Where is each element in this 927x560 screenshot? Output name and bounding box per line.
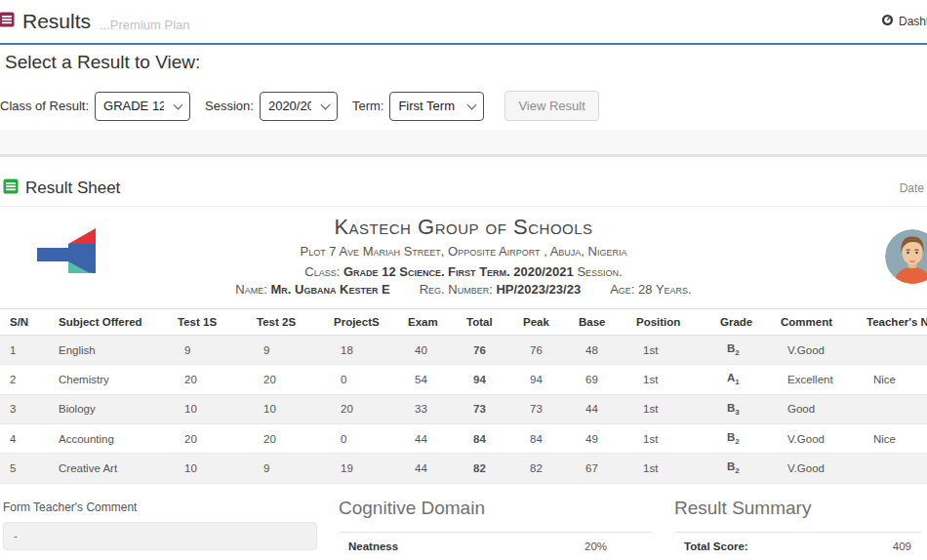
cognitive-domain-title: Cognitive Domain [339, 498, 653, 519]
select-result-section: Select a Result to View: Class of Result… [0, 45, 927, 130]
page-title: Results [22, 10, 91, 33]
result-sheet-icon [3, 179, 19, 198]
term-label: Term: [352, 99, 384, 113]
result-sheet-section: Result Sheet Date Kastech Group of Schoo… [0, 157, 927, 560]
col-teacher-note: Teacher's Note [857, 309, 927, 336]
section-heading: Select a Result to View: [5, 52, 927, 73]
student-age: Age: 28 Years. [610, 282, 692, 297]
col-base: Base [569, 309, 626, 336]
col-subject: Subject Offered [49, 309, 168, 336]
plan-badge: ...Premium Plan [100, 18, 189, 32]
table-row: 3Biology101020337373441stB3Good [0, 394, 927, 423]
col-test2: Test 2S [247, 309, 324, 336]
section-divider-band [0, 130, 927, 157]
school-header: Kastech Group of Schools Plot 7 Ave Mari… [0, 215, 927, 297]
student-name: Name: Mr. Ugbana Kester E [235, 282, 389, 297]
student-avatar [884, 228, 927, 289]
nav-dashboard[interactable]: Dashboard [881, 0, 927, 43]
result-summary-panel: Result Summary Total Score:409 Personal … [674, 498, 921, 560]
results-page: Results ...Premium Plan Dashboard Select… [0, 0, 927, 560]
reg-number: Reg. Number: HP/2023/23/23 [420, 282, 581, 297]
result-sheet-header: Result Sheet Date [0, 157, 927, 207]
bottom-summary-area: Form Teacher's Comment - Principal's Com… [0, 498, 927, 560]
school-name: Kastech Group of Schools [0, 215, 927, 240]
col-sn: S/N [0, 309, 49, 336]
cognitive-domain-table: Neatness20% Puntuality97% [339, 532, 653, 560]
school-logo [35, 221, 98, 282]
class-term-line: Class: Grade 12 Science. First Term. 202… [0, 263, 927, 281]
term-select[interactable]: First Term [389, 92, 484, 121]
form-teacher-comment-box: - [3, 522, 317, 550]
table-row: Total Score:409 [674, 532, 921, 560]
school-address: Plot 7 Ave Mariah Street, Opposite Airpo… [0, 243, 927, 260]
form-teacher-comment-label: Form Teacher's Comment [3, 500, 317, 514]
result-summary-title: Result Summary [674, 498, 921, 519]
top-bar: Results ...Premium Plan Dashboard [0, 0, 927, 45]
class-select[interactable]: GRADE 12 [95, 92, 190, 121]
date-label: Date [900, 181, 924, 195]
col-project: ProjectS [324, 309, 398, 336]
result-sheet-title: Result Sheet [25, 179, 120, 198]
table-row: Neatness20% [339, 532, 653, 560]
view-result-button[interactable]: View Result [504, 91, 598, 121]
result-summary-table: Total Score:409 Personal Average:81.80 [674, 532, 921, 560]
table-header-row: S/N Subject Offered Test 1S Test 2S Proj… [0, 309, 927, 336]
student-info-line: Name: Mr. Ugbana Kester E Reg. Number: H… [0, 282, 927, 297]
table-row: 1English9918407676481stB2V.Good [0, 336, 927, 365]
table-row: 5Creative Art10919448282671stB2V.Good [0, 454, 927, 483]
results-list-icon [0, 12, 15, 31]
results-table: S/N Subject Offered Test 1S Test 2S Proj… [0, 308, 927, 483]
cognitive-domain-panel: Cognitive Domain Neatness20% Puntuality9… [339, 498, 653, 560]
class-label: Class of Result: [0, 99, 89, 113]
comments-column: Form Teacher's Comment - Principal's Com… [3, 498, 317, 560]
col-total: Total [457, 309, 513, 336]
col-exam: Exam [398, 309, 457, 336]
table-row: 2Chemistry20200549494691stA1ExcellentNic… [0, 365, 927, 394]
result-filter-form: Class of Result: GRADE 12 Session: 2020/… [0, 91, 927, 121]
col-peak: Peak [513, 309, 569, 336]
col-grade: Grade [710, 309, 771, 336]
table-row: 4Accounting20200448484491stB2V.GoodNice [0, 423, 927, 453]
session-select[interactable]: 2020/2021 [260, 92, 338, 121]
session-label: Session: [205, 99, 254, 113]
dashboard-label: Dashboard [899, 15, 927, 28]
col-comment: Comment [771, 309, 857, 336]
col-position: Position [626, 309, 710, 336]
dashboard-icon [881, 14, 894, 29]
col-test1: Test 1S [168, 309, 247, 336]
